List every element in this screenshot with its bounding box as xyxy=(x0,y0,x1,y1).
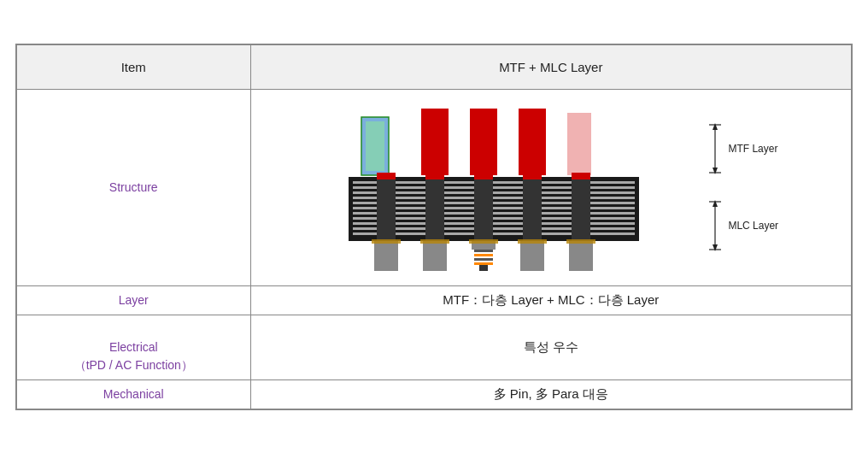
svg-rect-29 xyxy=(372,239,401,244)
svg-rect-37 xyxy=(474,262,493,265)
svg-rect-26 xyxy=(523,173,542,179)
mechanical-label: Mechanical xyxy=(17,379,251,409)
svg-rect-15 xyxy=(572,175,590,243)
header-content-label: MTF + MLC Layer xyxy=(499,60,602,74)
svg-rect-30 xyxy=(423,241,447,271)
svg-rect-24 xyxy=(425,173,444,179)
mtf-layer-label-group: MTF Layer xyxy=(707,123,777,174)
header-item: Item xyxy=(17,44,251,89)
table-row-electrical: Electrical （tPD / AC Function） 특성 우수 xyxy=(17,315,852,379)
layer-content: MTF：다층 Layer + MLC：다층 Layer xyxy=(250,285,851,315)
svg-rect-18 xyxy=(366,121,384,171)
spring xyxy=(474,250,493,271)
svg-rect-33 xyxy=(469,239,498,244)
main-table: Item MTF + MLC Layer Structure xyxy=(15,44,853,410)
table-row-mechanical: Mechanical 多 Pin, 多 Para 대응 xyxy=(17,379,852,409)
svg-rect-27 xyxy=(572,173,590,179)
svg-rect-22 xyxy=(567,113,591,175)
svg-rect-12 xyxy=(425,175,444,243)
svg-rect-42 xyxy=(566,239,595,244)
mtf-layer-text: MTF Layer xyxy=(728,143,777,155)
mtf-arrow xyxy=(707,123,723,174)
structure-svg xyxy=(323,100,690,271)
svg-rect-38 xyxy=(479,265,488,271)
table-row-layer: Layer MTF：다층 Layer + MLC：다층 Layer xyxy=(17,285,852,315)
mlc-layer-label-group: MLC Layer xyxy=(707,200,778,251)
svg-rect-28 xyxy=(374,241,398,271)
structure-content: MTF Layer xyxy=(250,89,851,285)
header-content: MTF + MLC Layer xyxy=(250,44,851,89)
electrical-label: Electrical （tPD / AC Function） xyxy=(17,315,251,379)
mechanical-content: 多 Pin, 多 Para 대응 xyxy=(250,379,851,409)
mlc-arrow xyxy=(707,200,723,251)
layer-labels: MTF Layer xyxy=(707,123,778,251)
svg-rect-11 xyxy=(377,175,396,243)
svg-rect-13 xyxy=(474,175,493,243)
svg-rect-41 xyxy=(569,241,593,271)
svg-rect-25 xyxy=(474,173,493,179)
structure-diagram xyxy=(323,100,690,274)
svg-rect-40 xyxy=(518,239,547,244)
electrical-content: 특성 우수 xyxy=(250,315,851,379)
svg-rect-39 xyxy=(520,241,544,271)
svg-marker-44 xyxy=(713,123,718,130)
svg-rect-35 xyxy=(474,254,493,256)
svg-rect-36 xyxy=(474,258,493,261)
svg-rect-31 xyxy=(420,239,449,244)
header-item-label: Item xyxy=(121,60,146,74)
svg-rect-19 xyxy=(421,109,449,175)
svg-rect-20 xyxy=(470,109,497,175)
svg-rect-34 xyxy=(474,250,493,252)
svg-marker-50 xyxy=(713,244,718,251)
svg-rect-14 xyxy=(523,175,542,243)
svg-marker-49 xyxy=(713,200,718,207)
structure-label: Structure xyxy=(17,89,251,285)
svg-marker-45 xyxy=(713,168,718,174)
layer-label: Layer xyxy=(17,285,251,315)
svg-rect-23 xyxy=(377,173,396,179)
diagram-container: MTF Layer xyxy=(268,98,834,277)
mlc-layer-text: MLC Layer xyxy=(728,220,778,232)
svg-rect-21 xyxy=(519,109,546,175)
table-row-structure: Structure xyxy=(17,89,852,285)
